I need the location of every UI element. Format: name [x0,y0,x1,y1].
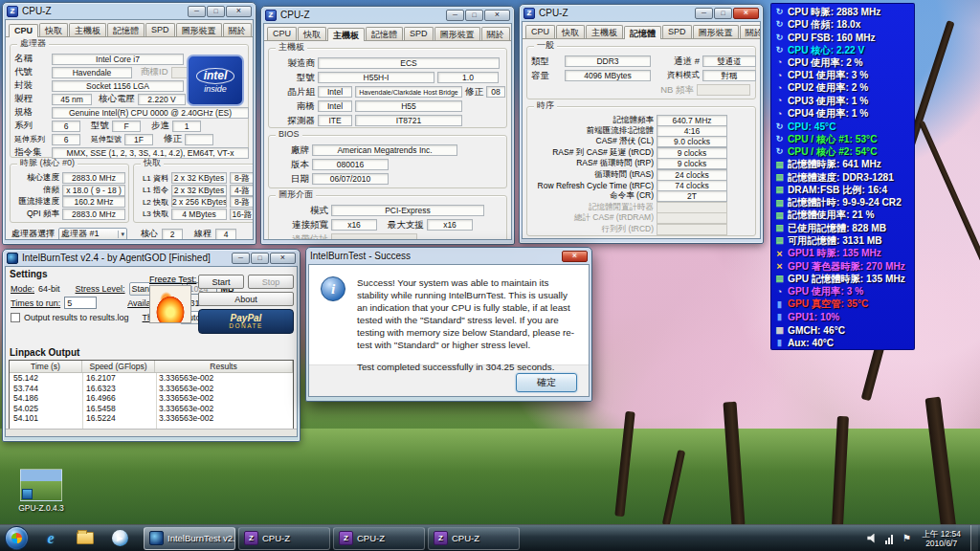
field-label: 晶片組 [273,86,315,99]
close-button[interactable] [733,8,759,19]
tab[interactable]: 主機板 [586,25,623,38]
title-bar[interactable]: CPU-Z [522,5,761,21]
gpuz-badge-icon [22,489,33,499]
title-bar[interactable]: IntelBurnTest - Success [308,248,590,264]
tab[interactable]: SPD [404,27,434,40]
field-label: 線程 [194,228,212,240]
voltage-field: 2.220 V [138,94,186,105]
processor-select-dropdown[interactable]: 處理器 #1▾ [58,228,127,241]
ok-button[interactable]: 確定 [516,373,577,392]
tab[interactable]: CPU [525,25,555,38]
show-desktop-button[interactable] [970,525,978,551]
close-button[interactable] [270,253,296,264]
monitor-row-text: DRAM:FSB 比例: 16:4 [788,184,887,196]
chipset-vendor-field: Intel [318,86,352,98]
maximize-button[interactable] [465,10,483,21]
action-center-flag-icon[interactable]: ⚑ [901,533,912,544]
tab[interactable]: 關於 [740,25,761,38]
tab[interactable]: SPD [145,23,175,36]
dialog-message-2: Test completed successfully in 304.25 se… [357,361,579,373]
monitor-row: 可用記憶體: 3131 MB [771,234,914,247]
about-button[interactable]: About [198,292,294,306]
field-label: 容量 [531,70,562,82]
field-label: 總計 CAS# (tRDRAM) [531,212,654,224]
tab[interactable]: SPD [662,25,692,38]
close-button[interactable] [484,10,510,21]
minimize-button[interactable] [188,6,206,17]
volume-icon[interactable] [866,533,878,544]
monitor-row-icon [774,224,785,232]
maximize-button[interactable] [251,253,269,264]
field-label: 延伸型號 [91,134,122,144]
field-label: 處理器選擇 [11,228,55,240]
tab[interactable]: CPU [9,24,38,37]
taskbar-button[interactable]: CPU-Z [428,527,520,550]
minimize-button[interactable] [232,253,250,264]
field-label: L3 快取 [137,209,168,219]
output-results-checkbox[interactable] [11,313,20,322]
taskbar-clock[interactable]: 上午 12:54 2010/6/7 [918,529,965,548]
times-to-run-input[interactable]: 5 [64,297,97,309]
caption-buttons [188,6,252,17]
tab[interactable]: 圖形裝置 [176,23,222,36]
monitor-row: GPU1 時脈: 135 MHz [771,248,914,260]
monitor-row-icon [774,211,785,220]
tab[interactable]: 主機板 [69,23,106,36]
tab[interactable]: 記憶體 [107,23,145,36]
field-label: 模式 [273,205,328,217]
table-header-row: Time (s) Speed (GFlops) Results [10,361,293,373]
field-label: L1 資料 [137,173,168,184]
tab[interactable]: 快取 [39,23,68,36]
title-bar[interactable]: CPU-Z [5,3,254,19]
windows-explorer-icon[interactable] [69,527,101,550]
tab[interactable]: 記憶體 [624,26,661,39]
window-title: CPU-Z [22,6,52,16]
paypal-donate-button[interactable]: PayPal DONATE [198,309,294,334]
channel-field: 雙通道 [702,55,756,67]
minimize-button[interactable] [446,10,464,21]
memory-type-field: DDR3 [565,55,651,67]
taskbar-button[interactable]: CPU-Z [238,527,330,550]
start-button[interactable]: Start [198,275,244,289]
tab[interactable]: 圖形裝置 [693,25,739,38]
desktop-icon-gpuz[interactable]: GPU-Z.0.4.3 [13,469,69,513]
monitor-row-text: CPU / 核心 #1: 53°C [788,133,878,145]
monitor-row: 記憶體速度: DDR3-1281 [771,171,914,184]
monitor-row-icon [774,199,785,208]
field-label: 製造商 [273,57,315,70]
maximize-button[interactable] [714,8,732,19]
maximize-button[interactable] [207,6,225,17]
bios-brand-field: American Megatrends Inc. [312,144,457,156]
tab[interactable]: 主機板 [327,28,365,41]
stress-level-label: Stress Level: [76,284,125,294]
taskbar-button[interactable]: IntelBurnTest v2... [144,527,235,550]
tab[interactable]: 關於 [223,23,252,36]
close-button[interactable] [562,251,588,262]
desktop-icon-label: GPU-Z.0.4.3 [13,503,69,513]
clock-value-field: 160.2 MHz [62,196,125,208]
tab[interactable]: 快取 [298,27,326,40]
internet-explorer-icon[interactable]: e [34,527,67,550]
tab[interactable]: 快取 [556,25,585,38]
task-buttons: IntelBurnTest v2... CPU-Z CPU-Z CPU-Z [144,527,520,550]
media-player-icon[interactable] [103,527,136,550]
minimize-button[interactable] [695,8,713,19]
monitor-row-text: GPU 著色器時脈: 270 MHz [788,260,905,273]
tab[interactable]: 圖形裝置 [434,27,480,40]
start-button[interactable] [5,526,29,550]
tab[interactable]: 記憶體 [366,27,403,40]
network-icon[interactable] [883,533,895,544]
taskbar-button[interactable]: CPU-Z [333,527,425,550]
monitor-row-icon [774,147,785,156]
title-bar[interactable]: IntelBurnTest v2.4 - by AgentGOD [Finish… [5,250,298,266]
processor-group: 處理器 intel inside 名稱Intel Core i7 代號Haven… [10,44,249,158]
bios-version-field: 080016 [312,159,389,170]
monitor-row-text: CPU 使用率: 2 % [788,56,863,69]
close-button[interactable] [226,6,252,17]
title-bar[interactable]: CPU-Z [263,7,512,23]
caption-buttons [695,8,759,19]
tab[interactable]: CPU [267,27,297,40]
taskbar-button-icon [244,531,258,545]
tab[interactable]: 關於 [481,27,510,40]
field-label: 資料模式 [661,70,700,81]
